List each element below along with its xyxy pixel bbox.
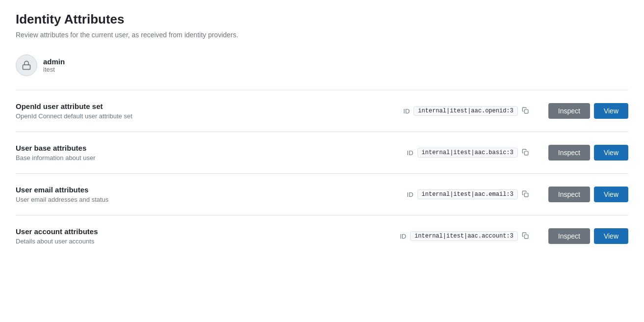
user-info: admin itest: [16, 54, 628, 76]
attribute-info: OpenId user attribute set OpenId Connect…: [16, 102, 384, 120]
action-buttons: Inspect View: [548, 103, 628, 119]
id-label: ID: [407, 149, 413, 157]
view-button[interactable]: View: [594, 228, 628, 244]
attribute-description: Base information about user: [16, 154, 387, 161]
attribute-info: User base attributes Base information ab…: [16, 144, 387, 161]
inspect-button[interactable]: Inspect: [548, 103, 590, 119]
svg-rect-3: [524, 193, 528, 197]
attribute-description: User email addresses and status: [16, 196, 387, 203]
view-button[interactable]: View: [594, 187, 628, 202]
attribute-title: User email attributes: [16, 186, 387, 194]
svg-rect-1: [524, 109, 528, 113]
id-value: internal|itest|aac.basic:3: [417, 148, 518, 158]
inspect-button[interactable]: Inspect: [548, 145, 590, 161]
user-name: admin: [43, 57, 65, 66]
attribute-description: Details about user accounts: [16, 238, 380, 245]
action-buttons: Inspect View: [548, 187, 628, 202]
attribute-description: OpenId Connect default user attribute se…: [16, 112, 384, 120]
inspect-button[interactable]: Inspect: [548, 228, 590, 244]
copy-icon[interactable]: [522, 190, 529, 199]
id-value: internal|itest|aac.account:3: [410, 231, 518, 241]
attribute-id-section: ID internal|itest|aac.account:3: [400, 231, 529, 241]
attributes-list: OpenId user attribute set OpenId Connect…: [16, 90, 628, 257]
id-label: ID: [407, 191, 413, 198]
attribute-card: OpenId user attribute set OpenId Connect…: [16, 90, 628, 132]
attribute-title: User base attributes: [16, 144, 387, 152]
attribute-title: User account attributes: [16, 227, 380, 236]
page-subtitle: Review attributes for the current user, …: [16, 31, 628, 39]
attribute-card: User email attributes User email address…: [16, 173, 628, 215]
inspect-button[interactable]: Inspect: [548, 187, 590, 202]
copy-icon[interactable]: [522, 149, 529, 157]
attribute-id-section: ID internal|itest|aac.email:3: [407, 189, 529, 199]
attribute-card: User account attributes Details about us…: [16, 215, 628, 257]
id-value: internal|itest|aac.email:3: [417, 189, 518, 199]
attribute-info: User account attributes Details about us…: [16, 227, 380, 245]
user-details: admin itest: [43, 57, 65, 73]
view-button[interactable]: View: [594, 145, 628, 161]
id-value: internal|itest|aac.openid:3: [413, 106, 517, 116]
avatar: [16, 54, 37, 76]
id-label: ID: [403, 107, 410, 115]
id-label: ID: [400, 233, 406, 240]
copy-icon[interactable]: [522, 107, 529, 115]
svg-rect-0: [23, 65, 30, 69]
attribute-info: User email attributes User email address…: [16, 186, 387, 203]
attribute-title: OpenId user attribute set: [16, 102, 384, 110]
action-buttons: Inspect View: [548, 228, 628, 244]
user-sub: itest: [43, 66, 65, 73]
attribute-card: User base attributes Base information ab…: [16, 132, 628, 173]
svg-rect-4: [524, 235, 528, 239]
action-buttons: Inspect View: [548, 145, 628, 161]
attribute-id-section: ID internal|itest|aac.openid:3: [403, 106, 528, 116]
attribute-id-section: ID internal|itest|aac.basic:3: [407, 148, 529, 158]
svg-rect-2: [524, 151, 528, 155]
copy-icon[interactable]: [522, 232, 529, 241]
view-button[interactable]: View: [594, 103, 628, 119]
page-title: Identity Attributes: [16, 12, 628, 27]
